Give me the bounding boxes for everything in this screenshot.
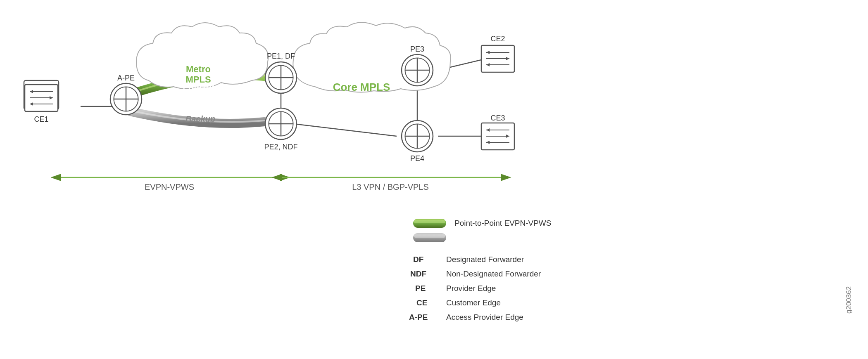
- ce2-icon: [481, 45, 514, 72]
- pe4-label: PE4: [410, 154, 424, 163]
- pe2-router: [265, 108, 297, 139]
- legend-ndf-label: Non-Designated Forwarder: [446, 269, 541, 278]
- figure-id: g200362: [845, 286, 853, 314]
- backup-label: Backup: [185, 114, 215, 123]
- diagram-container: Primary Backup CE1 A-PE PE1, DF PE2, NDF…: [0, 0, 868, 359]
- metro-label-2: MPLS: [185, 74, 211, 85]
- ce1-icon: [25, 85, 58, 111]
- legend-pe-abbr: PE: [415, 284, 426, 293]
- metro-label-1: Metro: [186, 64, 211, 74]
- legend-green-tube: Point-to-Point EVPN-VPWS: [413, 219, 551, 228]
- ce2-label: CE2: [490, 35, 505, 43]
- legend-ce-label: Customer Edge: [446, 298, 501, 307]
- ce3-icon: [481, 123, 514, 150]
- legend-green-label: Point-to-Point EVPN-VPWS: [454, 219, 551, 227]
- pe1-router: [265, 62, 297, 93]
- legend-ape-abbr: A-PE: [409, 313, 428, 321]
- legend-gray-tube: [413, 233, 446, 242]
- core-label: Core MPLS: [333, 81, 390, 93]
- ce3-label: CE3: [490, 114, 505, 122]
- legend-ndf-abbr: NDF: [410, 269, 426, 278]
- pe3-router: [402, 54, 433, 86]
- l3vpn-label: L3 VPN / BGP-VPLS: [352, 182, 429, 191]
- pe1-label: PE1, DF: [267, 52, 295, 60]
- ape-router: [110, 83, 142, 115]
- svg-rect-49: [414, 234, 445, 238]
- legend-ape-label: Access Provider Edge: [446, 313, 523, 321]
- pe2-label: PE2, NDF: [264, 143, 297, 151]
- legend-df-abbr: DF: [413, 255, 423, 264]
- ape-label: A-PE: [117, 74, 135, 82]
- evpn-label: EVPN-VPWS: [145, 182, 194, 191]
- pe3-label: PE3: [410, 45, 424, 53]
- ce1-label: CE1: [34, 115, 48, 123]
- svg-rect-47: [414, 220, 445, 223]
- legend-ce-abbr: CE: [416, 298, 427, 307]
- line-pe2-pe4: [293, 124, 397, 136]
- legend-df-label: Designated Forwarder: [446, 255, 524, 264]
- legend-pe-label: Provider Edge: [446, 284, 496, 293]
- pe4-router: [402, 120, 433, 152]
